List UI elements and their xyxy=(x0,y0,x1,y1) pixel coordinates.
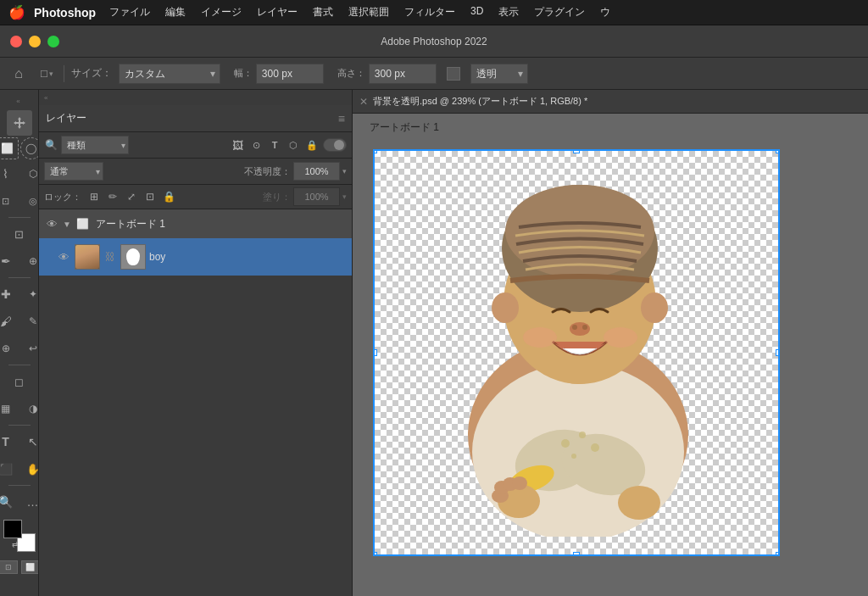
panels-area: « レイヤー ≡ 🔍 種類 🖼 ⊙ T ⬡ � xyxy=(39,90,353,596)
width-input[interactable] xyxy=(256,64,324,84)
more-tools[interactable]: … xyxy=(20,489,40,515)
color-swatches[interactable]: ⇄ xyxy=(3,520,36,552)
layers-panel-menu[interactable]: ≡ xyxy=(338,112,345,125)
rect-marquee-tool[interactable]: ⬜ xyxy=(0,137,19,159)
lock-position-icon[interactable]: ⤢ xyxy=(124,189,139,204)
canvas-viewport[interactable]: アートボード 1 xyxy=(353,114,868,596)
menu-select[interactable]: 選択範囲 xyxy=(342,2,396,23)
artboard[interactable] xyxy=(373,149,780,556)
menu-layer[interactable]: レイヤー xyxy=(250,2,304,23)
minimize-button[interactable] xyxy=(29,36,41,47)
transparency-select[interactable]: 透明 白 背景色 xyxy=(470,64,528,84)
ellipse-marquee-tool[interactable]: ◯ xyxy=(20,137,40,159)
close-button[interactable] xyxy=(10,36,22,47)
menu-filter[interactable]: フィルター xyxy=(398,2,462,23)
rectangle-shape-tool[interactable]: ⬛ xyxy=(0,456,19,482)
move-tool[interactable] xyxy=(7,110,32,136)
handle-top-left[interactable] xyxy=(373,149,377,153)
artboard-group-row[interactable]: 👁 ▼ ⬜ アートボード 1 xyxy=(39,209,352,238)
filter-type-icon[interactable]: T xyxy=(267,137,282,153)
svg-point-19 xyxy=(604,327,637,348)
handle-top-right[interactable] xyxy=(776,149,780,153)
toolbar-collapse[interactable]: « xyxy=(11,93,26,109)
layers-panel-header: レイヤー ≡ xyxy=(39,105,352,132)
fill-arrow-icon[interactable]: ▾ xyxy=(342,192,347,201)
color-sampler-tool[interactable]: ⊕ xyxy=(20,248,40,274)
layer-boy-visibility-toggle[interactable]: 👁 xyxy=(56,249,71,265)
color-picker-button[interactable] xyxy=(447,67,460,81)
fill-tools: ▦ ◑ xyxy=(0,396,39,421)
menu-type[interactable]: 書式 xyxy=(306,2,340,23)
filter-pixel-icon[interactable]: 🖼 xyxy=(230,137,245,153)
quick-selection-tool[interactable]: ◎ xyxy=(20,188,40,214)
quick-mask-button[interactable]: ⊡ xyxy=(0,560,18,574)
size-select[interactable]: カスタム xyxy=(119,64,220,84)
handle-middle-left[interactable] xyxy=(373,349,377,356)
panels-collapse[interactable]: « xyxy=(39,90,352,105)
artboard-name: アートボード 1 xyxy=(96,217,347,231)
screen-mode-button[interactable]: ⬜ xyxy=(21,560,40,574)
artboard-expand-arrow[interactable]: ▼ xyxy=(63,220,71,229)
menu-3d[interactable]: 3D xyxy=(464,2,490,23)
polygonal-lasso-tool[interactable]: ⬡ xyxy=(20,161,40,187)
handle-middle-right[interactable] xyxy=(776,349,780,356)
spot-healing-tool[interactable]: ✚ xyxy=(0,281,19,307)
lasso-tool[interactable]: ⌇ xyxy=(0,161,19,187)
healing-brush-tool[interactable]: ✦ xyxy=(20,281,40,307)
layer-boy-row[interactable]: 👁 ⛓ boy xyxy=(39,238,352,276)
height-input[interactable] xyxy=(369,64,437,84)
object-selection-tool[interactable]: ⊡ xyxy=(0,188,19,214)
svg-point-18 xyxy=(523,327,557,348)
gradient-tool[interactable]: ▦ xyxy=(0,396,19,421)
lock-icons: ⊞ ✏ ⤢ ⊡ 🔒 xyxy=(86,189,176,204)
fill-input[interactable] xyxy=(293,187,340,206)
paint-bucket-tool[interactable]: ◑ xyxy=(20,396,40,421)
clone-stamp-tool[interactable]: ⊕ xyxy=(0,336,19,361)
lock-transparent-icon[interactable]: ⊞ xyxy=(86,189,102,204)
filter-adjustment-icon[interactable]: ⊙ xyxy=(248,137,264,153)
transparency-dropdown[interactable]: 透明 白 背景色 xyxy=(470,64,528,84)
filter-smart-icon[interactable]: 🔒 xyxy=(304,137,320,153)
lock-artboard-icon[interactable]: ⊡ xyxy=(142,189,158,204)
tool-separator-3 xyxy=(8,365,31,365)
lock-all-icon[interactable]: 🔒 xyxy=(161,189,176,204)
opacity-arrow-icon[interactable]: ▾ xyxy=(342,167,347,175)
handle-top-middle[interactable] xyxy=(573,149,580,153)
menu-plugins[interactable]: プラグイン xyxy=(527,2,592,23)
size-dropdown[interactable]: カスタム xyxy=(119,64,220,84)
lock-pixels-icon[interactable]: ✏ xyxy=(105,189,120,204)
menu-view[interactable]: 表示 xyxy=(492,2,526,23)
history-brush-tool[interactable]: ↩ xyxy=(20,336,40,361)
horizontal-type-tool[interactable]: T xyxy=(0,429,19,454)
handle-bottom-middle[interactable] xyxy=(573,552,580,556)
handle-bottom-left[interactable] xyxy=(373,552,377,556)
menu-edit[interactable]: 編集 xyxy=(159,2,192,23)
path-select-tool[interactable]: ↖ xyxy=(20,429,40,454)
eyedropper-tool[interactable]: ✒ xyxy=(0,248,19,274)
blend-mode-select[interactable]: 通常 xyxy=(44,162,103,181)
filter-toggle[interactable] xyxy=(323,138,347,152)
fullscreen-button[interactable] xyxy=(47,36,59,47)
filter-shape-icon[interactable]: ⬡ xyxy=(286,137,301,153)
foreground-color-swatch[interactable] xyxy=(3,520,22,538)
eraser-tool[interactable]: ◻ xyxy=(7,369,32,394)
menu-window[interactable]: ウ xyxy=(593,2,617,23)
handle-bottom-right[interactable] xyxy=(776,552,780,556)
hand-tool[interactable]: ✋ xyxy=(20,456,40,482)
menu-file[interactable]: ファイル xyxy=(103,2,157,23)
search-type-dropdown[interactable]: 種類 xyxy=(61,136,129,154)
canvas-close-button[interactable]: ✕ xyxy=(359,96,368,108)
swap-colors-icon[interactable]: ⇄ xyxy=(12,540,19,549)
pencil-tool[interactable]: ✎ xyxy=(20,309,40,334)
crop-tool[interactable]: ⊡ xyxy=(7,221,32,247)
opacity-input[interactable] xyxy=(293,162,340,181)
home-button[interactable]: ⌂ xyxy=(7,62,31,86)
apple-menu[interactable]: 🍎 xyxy=(0,4,34,20)
brush-tool[interactable]: 🖌 xyxy=(0,309,19,334)
menu-image[interactable]: イメージ xyxy=(194,2,248,23)
artboard-visibility-toggle[interactable]: 👁 xyxy=(44,216,59,231)
blend-mode-dropdown[interactable]: 通常 xyxy=(44,162,103,181)
new-document-button[interactable]: □▾ xyxy=(37,65,57,81)
zoom-tool[interactable]: 🔍 xyxy=(0,489,19,515)
search-type-select[interactable]: 種類 xyxy=(61,136,129,154)
